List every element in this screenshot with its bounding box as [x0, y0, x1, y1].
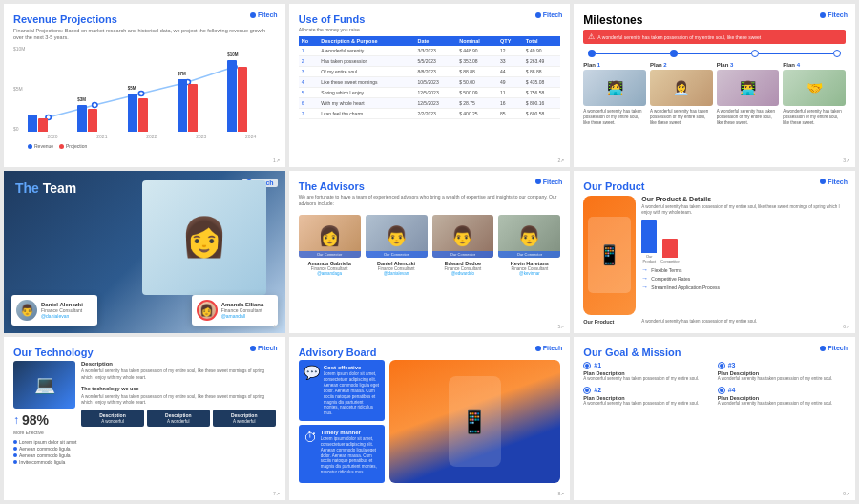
team-card-daniel: 👨 Daniel Alenczki Finance Consultant @da… [11, 295, 97, 326]
funds-cell: $ 435.08 [523, 77, 560, 88]
milestones-title: Milestones [583, 13, 846, 27]
avatar-amanda: 👩 [197, 300, 218, 321]
goal-dot-2 [583, 387, 591, 394]
goal-item-2: #2 Plan Description A wonderful serenity… [583, 387, 711, 407]
funds-cell: 12/5/2023 [414, 98, 456, 109]
advisor-card-2: 👨 Our Connector Daniel Alenczki Finance … [366, 215, 428, 276]
arrow-icon-2: → [641, 275, 648, 282]
team-title: The Team [15, 180, 76, 196]
funds-cell: $ 88.88 [456, 67, 497, 77]
team-info-daniel: Daniel Alenczki Finance Consultant @dani… [41, 302, 83, 319]
team-social-daniel: @danialevan [41, 313, 83, 319]
slide-technology: Fitech Our Technology 💻 ↑ 98% More Effec… [4, 337, 285, 500]
milestone-dot-2 [670, 50, 678, 57]
col-nominal: Nominal [456, 36, 497, 46]
brand-logo-3: Fitech [820, 11, 848, 18]
funds-cell: 8/8/2023 [414, 67, 456, 77]
slide-use-of-funds: Fitech Use of Funds Allocate the money y… [289, 4, 571, 167]
arrow-up-icon: ↑ [13, 413, 19, 427]
brand-logo-9: Fitech [820, 345, 848, 351]
feature-competitive: → Competitive Rates [641, 275, 846, 282]
product-detail-title: Our Product & Details [641, 196, 846, 202]
advisors-title: The Advisors [299, 180, 561, 192]
milestone-line-2 [678, 53, 752, 54]
bar-red-2022 [138, 98, 148, 132]
page-num-7: 7↗ [273, 491, 280, 496]
goal-layout: #1 Plan Description A wonderful serenity… [583, 362, 846, 411]
brand-logo-5: Fitech [535, 178, 563, 185]
milestone-timeline [583, 50, 846, 57]
goal-text-4: A wonderful serenity has taken possessio… [718, 401, 846, 407]
advisory-title: Advisory Board [299, 346, 561, 358]
tech-image: 💻 [13, 361, 75, 409]
advisor-social-3: @edwarddo [432, 271, 494, 276]
arrow-icon-3: → [641, 284, 648, 290]
goal-item-3: #3 Plan Description A wonderful serenity… [718, 362, 846, 382]
tech-desc-title: Description [81, 361, 276, 367]
advisor-photo-1: 👩 Our Connector [299, 215, 361, 258]
funds-cell: $ 500.09 [456, 88, 497, 98]
stat-percent: 98% [22, 412, 49, 428]
advisory-card-title-1: Cost-effective [324, 365, 380, 370]
plan-text-1: A wonderful serenity has taken possessio… [583, 109, 646, 126]
slide-advisory-board: Fitech Advisory Board 💬 Cost-effective L… [289, 337, 571, 500]
goal-text-3: A wonderful serenity has taken possessio… [718, 376, 846, 382]
funds-cell: 3/3/2023 [414, 46, 456, 56]
bar-blue-2021 [77, 105, 87, 132]
bar-blue-2020 [28, 115, 37, 132]
brand-logo-6: Fitech [820, 178, 848, 185]
slide-revenue-projections: Fitech Revenue Projections Financial Pro… [4, 4, 285, 167]
funds-cell: $ 28.75 [456, 98, 497, 109]
brand-dot-2 [535, 12, 541, 18]
brand-logo-7: Fitech [250, 345, 278, 351]
goal-right-panel: #3 Plan Description A wonderful serenity… [718, 362, 846, 411]
brand-dot-3 [820, 12, 826, 18]
milestone-plans: Plan 1 🧑‍💻 A wonderful serenity has take… [583, 62, 846, 126]
milestone-alert: ⚠ A wonderful serenity has taken possess… [583, 30, 846, 44]
funds-cell: 5 [299, 88, 319, 98]
product-text: A wonderful serenity has taken possessio… [641, 319, 846, 325]
funds-cell: 33 [497, 56, 523, 67]
goal-item-4: #4 Plan Description A wonderful serenity… [718, 387, 846, 407]
product-layout: 📱 Our Product & Details A wonderful sere… [583, 196, 846, 316]
funds-cell: 12/5/2023 [414, 88, 456, 98]
plan-image-3: 👨‍💻 [717, 70, 780, 106]
goal-dot-1 [583, 362, 591, 369]
funds-cell: $ 400.25 [456, 109, 497, 119]
advisor-photo-3: 👨 Our Connector [432, 215, 494, 258]
team-social-amanda: @amandall [221, 313, 264, 319]
goal-text-2: A wonderful serenity has taken possessio… [583, 401, 711, 407]
goal-dot-4 [718, 387, 725, 394]
bar-red-2020 [38, 118, 48, 132]
stat-label: More Effective [13, 430, 75, 435]
legend-revenue: Revenue [28, 143, 53, 149]
advisory-card-text-1: Lorem ipsum dolor sit amet, consectetuer… [324, 371, 380, 416]
advisor-label-3: Our Connector [432, 251, 494, 258]
feature-streamlined: → Streamlined Application Process [641, 284, 846, 290]
advisor-social-2: @danialevan [366, 271, 428, 276]
legend-projection: Projection [59, 143, 87, 149]
advisor-photo-4: 👨 Our Connector [498, 215, 560, 258]
funds-cell: 16 [497, 98, 523, 109]
advisor-card-3: 👨 Our Connector Edward Dedoe Finance Con… [432, 215, 494, 276]
brand-dot-6 [820, 178, 826, 184]
tech-desc-text: A wonderful serenity has taken possessio… [81, 368, 276, 381]
advisor-name-1: Amanda Gabriela [299, 261, 361, 266]
advisors-subtitle: We are fortunate to have a team of exper… [299, 194, 561, 207]
advisor-label-4: Our Connector [498, 251, 560, 258]
y-axis: $10M $5M $0 [13, 46, 26, 132]
product-bar-own [641, 220, 657, 253]
advisory-layout: 💬 Cost-effective Lorem ipsum dolor sit a… [299, 360, 561, 483]
bar-red-2021 [88, 109, 97, 132]
funds-cell: 10/5/2023 [414, 77, 456, 88]
slide-milestones: Fitech Milestones ⚠ A wonderful serenity… [574, 4, 855, 167]
arrow-icon-1: → [641, 266, 648, 273]
milestone-line-1 [596, 53, 670, 54]
col-desc: Description & Purpose [318, 36, 414, 46]
page-num-8: 8↗ [558, 491, 565, 496]
plan-card-3: Plan 3 👨‍💻 A wonderful serenity has take… [717, 62, 780, 126]
product-phone-image: 📱 [583, 196, 636, 316]
brand-dot-7 [250, 346, 256, 351]
page-num-1: 1↗ [273, 158, 280, 163]
bar-group-2021: $3M [77, 105, 125, 132]
